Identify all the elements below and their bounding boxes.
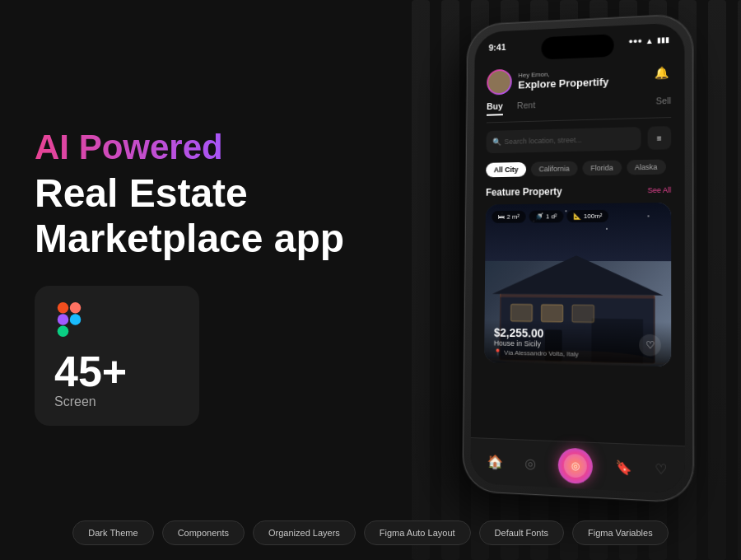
screen-label: Screen xyxy=(54,394,179,409)
bottom-pills: Dark Theme Components Organized Layers F… xyxy=(0,520,741,545)
status-icons: ●●● ▲ ▮▮▮ xyxy=(628,35,669,46)
notification-bell-icon[interactable]: 🔔 xyxy=(651,63,671,83)
property-address-text: Via Alessandro Volta, Italy xyxy=(504,349,579,358)
battery-icon: ▮▮▮ xyxy=(657,35,669,44)
search-icon: 🔍 xyxy=(492,138,501,146)
svg-rect-1 xyxy=(70,302,82,314)
main-title-line2: Marketplace app xyxy=(35,217,344,260)
svg-marker-6 xyxy=(492,255,663,295)
pill-figma-variables: Figma Variables xyxy=(572,520,669,545)
pill-components: Components xyxy=(162,520,245,545)
property-card-background: 🛏 2 m² 🚿 1 d² 📐 100m² xyxy=(484,203,671,366)
siri-button[interactable]: ◎ xyxy=(558,447,593,484)
card-badges: 🛏 2 m² 🚿 1 d² 📐 100m² xyxy=(492,210,608,223)
phone-outer-frame: 9:41 ●●● ▲ ▮▮▮ Hey Emon, xyxy=(463,14,694,503)
section-title: Feature Property xyxy=(486,186,562,198)
status-time: 9:41 xyxy=(489,42,506,52)
app-content: Hey Emon, Explore Propertify 🔔 Buy Rent … xyxy=(470,62,685,494)
badge-baths: 🚿 1 d² xyxy=(529,210,563,222)
see-all-button[interactable]: See All xyxy=(648,186,672,194)
avatar xyxy=(487,69,512,96)
nav-explore[interactable]: ◎ xyxy=(524,455,536,472)
heart-nav-icon: ♡ xyxy=(655,461,667,478)
navigation-tabs: Buy Rent Sell xyxy=(487,96,671,124)
siri-icon: ◎ xyxy=(571,460,580,472)
home-icon: 🏠 xyxy=(487,454,504,470)
svg-rect-0 xyxy=(58,302,69,314)
figma-info-box: 45+ Screen xyxy=(35,286,199,426)
star xyxy=(606,228,608,230)
svg-rect-2 xyxy=(58,315,69,326)
nav-favorites[interactable]: ♡ xyxy=(655,461,667,478)
ai-powered-heading: AI Powered xyxy=(35,128,364,167)
avatar-image xyxy=(488,71,510,94)
main-title: Real Estate Marketplace app xyxy=(35,170,364,261)
svg-rect-3 xyxy=(58,326,69,338)
user-section: Hey Emon, Explore Propertify xyxy=(487,65,608,96)
siri-button-inner: ◎ xyxy=(564,453,587,478)
signal-icon: ●●● xyxy=(628,37,641,46)
location-pin-icon: 📍 xyxy=(494,348,502,356)
property-address: 📍 Via Alessandro Volta, Italy xyxy=(494,348,661,359)
bed-icon: 🛏 xyxy=(498,213,505,221)
chip-alaska[interactable]: Alaska xyxy=(627,159,666,175)
svg-point-4 xyxy=(70,315,82,326)
tab-rent[interactable]: Rent xyxy=(517,100,535,114)
area-icon: 📐 xyxy=(573,212,581,220)
section-header: Feature Property See All xyxy=(486,184,671,198)
phone-screen: 9:41 ●●● ▲ ▮▮▮ Hey Emon, xyxy=(470,22,685,494)
badge-area: 📐 100m² xyxy=(566,210,608,222)
chip-california[interactable]: California xyxy=(531,161,578,177)
bath-icon: 🚿 xyxy=(535,213,543,221)
main-title-line1: Real Estate xyxy=(35,171,248,215)
nav-siri[interactable]: ◎ xyxy=(558,447,593,484)
chip-florida[interactable]: Florida xyxy=(582,161,621,176)
star xyxy=(648,215,650,217)
app-name: Explore Propertify xyxy=(518,76,608,91)
bookmark-icon: 🔖 xyxy=(615,460,631,477)
figma-icon xyxy=(54,302,84,337)
search-row: 🔍 Search location, street... ≡ xyxy=(486,126,671,153)
search-placeholder: Search location, street... xyxy=(504,136,581,146)
nav-home[interactable]: 🏠 xyxy=(487,454,504,470)
phone-mockup: 9:41 ●●● ▲ ▮▮▮ Hey Emon, xyxy=(463,14,694,503)
filter-button[interactable]: ≡ xyxy=(648,126,672,150)
badge-area-value: 100m² xyxy=(584,212,603,220)
wifi-icon: ▲ xyxy=(645,35,654,44)
location-chips: All City California Florida Alaska xyxy=(486,159,671,177)
tab-buy[interactable]: Buy xyxy=(487,101,503,116)
bottom-nav: 🏠 ◎ ◎ 🔖 ♡ xyxy=(470,437,685,494)
compass-icon: ◎ xyxy=(524,455,536,472)
ai-powered-text: AI Powered xyxy=(35,128,223,166)
favorite-button[interactable]: ♡ xyxy=(639,334,661,357)
pill-dark-theme: Dark Theme xyxy=(72,520,153,545)
app-header: Hey Emon, Explore Propertify 🔔 xyxy=(487,63,671,96)
pill-auto-layout: Figma Auto Layout xyxy=(364,520,471,545)
pill-organized-layers: Organized Layers xyxy=(253,520,356,545)
filter-icon: ≡ xyxy=(657,133,662,142)
dynamic-island xyxy=(541,34,613,59)
nav-saved[interactable]: 🔖 xyxy=(615,460,631,477)
property-card[interactable]: 🛏 2 m² 🚿 1 d² 📐 100m² xyxy=(484,203,671,366)
tab-sell[interactable]: Sell xyxy=(655,96,671,111)
badge-beds: 🛏 2 m² xyxy=(492,211,525,223)
chip-all-city[interactable]: All City xyxy=(486,162,526,177)
pill-default-fonts: Default Fonts xyxy=(479,520,564,545)
left-content: AI Powered Real Estate Marketplace app 4… xyxy=(35,128,364,426)
badge-beds-value: 2 m² xyxy=(506,213,519,221)
badge-baths-value: 1 d² xyxy=(546,212,557,220)
search-bar[interactable]: 🔍 Search location, street... xyxy=(486,127,641,153)
screen-count: 45+ xyxy=(54,350,179,393)
user-info: Hey Emon, Explore Propertify xyxy=(518,68,608,91)
